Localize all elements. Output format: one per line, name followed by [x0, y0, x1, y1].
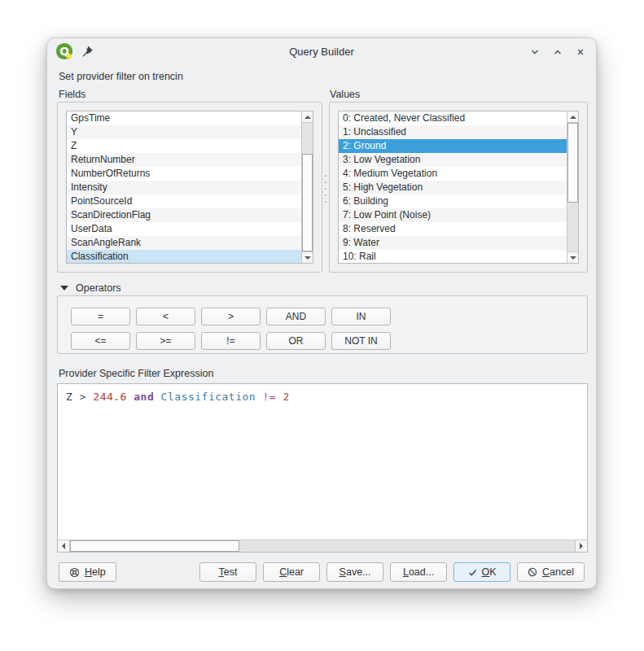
operator-button[interactable]: > — [201, 308, 261, 326]
triangle-up-icon — [304, 116, 311, 119]
values-listbox: 0: Created, Never Classified1: Unclassif… — [338, 111, 579, 264]
filter-expression-label: Provider Specific Filter Expression — [59, 368, 213, 379]
operators-groupbox: =<>ANDIN <=>=!=ORNOT IN — [57, 295, 588, 354]
help-button[interactable]: Help — [59, 562, 116, 582]
list-item[interactable]: 3: Low Vegetation — [339, 153, 567, 167]
values-scrollbar[interactable] — [567, 111, 578, 263]
operator-button[interactable]: OR — [266, 332, 326, 350]
scrollbar-thumb[interactable] — [567, 123, 578, 203]
fields-panel: GpsTimeYZReturnNumberNumberOfReturnsInte… — [57, 102, 322, 273]
list-item[interactable]: Classification — [67, 250, 301, 263]
window-minimize-button[interactable] — [528, 45, 542, 59]
scroll-right-button[interactable] — [575, 540, 587, 552]
list-item[interactable]: NumberOfReturns — [67, 167, 301, 181]
expression-token: and — [134, 391, 154, 403]
collapse-triangle-icon — [60, 286, 68, 291]
list-item[interactable]: 1: Unclassified — [339, 125, 567, 139]
list-item[interactable]: Intensity — [67, 181, 301, 194]
list-item[interactable]: 2: Ground — [339, 139, 567, 153]
expression-horizontal-scrollbar[interactable] — [58, 540, 587, 552]
operators-label: Operators — [76, 282, 121, 294]
clear-button-label: Clear — [279, 566, 304, 578]
operator-button[interactable]: AND — [266, 308, 326, 326]
save-button[interactable]: Save... — [326, 562, 383, 582]
cancel-button[interactable]: Cancel — [517, 562, 585, 582]
scroll-down-button[interactable] — [567, 251, 578, 263]
triangle-right-icon — [580, 543, 583, 549]
panel-splitter-handle[interactable] — [324, 175, 327, 203]
list-item[interactable]: 7: Low Point (Noise) — [339, 208, 567, 222]
load-button[interactable]: Load... — [390, 562, 447, 582]
list-item[interactable]: ReturnNumber — [67, 153, 301, 167]
triangle-down-icon — [570, 256, 576, 260]
close-icon — [576, 47, 585, 57]
cancel-icon — [528, 567, 537, 577]
fields-label: Fields — [59, 89, 85, 100]
list-item[interactable]: UserData — [67, 222, 301, 236]
operator-button[interactable]: IN — [331, 308, 391, 326]
fields-listbox: GpsTimeYZReturnNumberNumberOfReturnsInte… — [66, 111, 313, 264]
expression-token — [256, 391, 262, 403]
expression-token: 244.6 — [93, 391, 127, 403]
scroll-down-button[interactable] — [302, 251, 313, 263]
operators-row-2: <=>=!=ORNOT IN — [71, 332, 391, 350]
ok-button[interactable]: OK — [453, 562, 510, 582]
list-item[interactable]: 9: Water — [339, 236, 567, 250]
titlebar: Q Query Builder — [47, 38, 596, 66]
filter-expression-text: Z > 244.6 and Classification != 2 — [66, 391, 290, 403]
scroll-left-button[interactable] — [58, 540, 70, 552]
list-item[interactable]: ScanDirectionFlag — [67, 208, 301, 222]
help-icon — [69, 567, 80, 578]
list-item[interactable]: PointSourceId — [67, 194, 301, 208]
operator-button[interactable]: >= — [136, 332, 195, 350]
scroll-up-button[interactable] — [567, 111, 578, 123]
list-item[interactable]: Y — [67, 125, 301, 139]
list-item[interactable]: 5: High Vegetation — [339, 181, 567, 194]
scrollbar-thumb[interactable] — [302, 154, 313, 251]
save-button-label: Save... — [340, 566, 371, 578]
test-button[interactable]: Test — [199, 562, 256, 582]
values-panel: 0: Created, Never Classified1: Unclassif… — [329, 102, 588, 273]
scrollbar-thumb[interactable] — [70, 540, 239, 552]
list-item[interactable]: GpsTime — [67, 111, 301, 125]
chevron-up-icon — [553, 47, 563, 57]
dialog-button-box: Help Test Clear Save... Load... OK Cance… — [59, 562, 585, 582]
test-button-label: Test — [219, 566, 238, 578]
help-button-label: Help — [85, 566, 106, 578]
fields-scrollbar[interactable] — [301, 111, 313, 263]
ok-button-label: OK — [482, 566, 497, 578]
cancel-button-label: Cancel — [542, 566, 574, 578]
operators-header[interactable]: Operators — [60, 282, 121, 294]
expression-token: 2 — [283, 391, 289, 403]
triangle-down-icon — [304, 256, 311, 260]
window-title: Query Builder — [47, 46, 596, 58]
list-item[interactable]: 8: Reserved — [339, 222, 567, 236]
list-item[interactable]: 6: Building — [339, 194, 567, 208]
operators-row-1: =<>ANDIN — [71, 308, 391, 326]
operator-button[interactable]: = — [71, 308, 130, 326]
list-item[interactable]: 4: Medium Vegetation — [339, 167, 567, 181]
list-item[interactable]: 0: Created, Never Classified — [339, 111, 567, 125]
fields-list[interactable]: GpsTimeYZReturnNumberNumberOfReturnsInte… — [67, 111, 301, 263]
triangle-up-icon — [570, 116, 576, 119]
triangle-left-icon — [62, 543, 65, 549]
values-list[interactable]: 0: Created, Never Classified1: Unclassif… — [339, 111, 567, 263]
window-maximize-button[interactable] — [550, 45, 565, 59]
window-close-button[interactable] — [573, 45, 588, 59]
expression-token: != — [263, 391, 277, 403]
chevron-down-icon — [530, 47, 540, 57]
list-item[interactable]: 10: Rail — [339, 250, 567, 263]
filter-expression-editor[interactable]: Z > 244.6 and Classification != 2 — [57, 383, 588, 553]
query-builder-dialog: Q Query Builder — [46, 37, 597, 589]
clear-button[interactable]: Clear — [263, 562, 320, 582]
expression-token: Classification — [161, 391, 256, 403]
operator-button[interactable]: != — [201, 332, 261, 350]
list-item[interactable]: Z — [67, 139, 301, 153]
operator-button[interactable]: < — [136, 308, 195, 326]
scroll-up-button[interactable] — [302, 111, 313, 123]
operator-button[interactable]: <= — [71, 332, 130, 350]
list-item[interactable]: ScanAngleRank — [67, 236, 301, 250]
load-button-label: Load... — [403, 566, 434, 578]
operator-button[interactable]: NOT IN — [331, 332, 391, 350]
checkmark-icon — [468, 568, 477, 577]
